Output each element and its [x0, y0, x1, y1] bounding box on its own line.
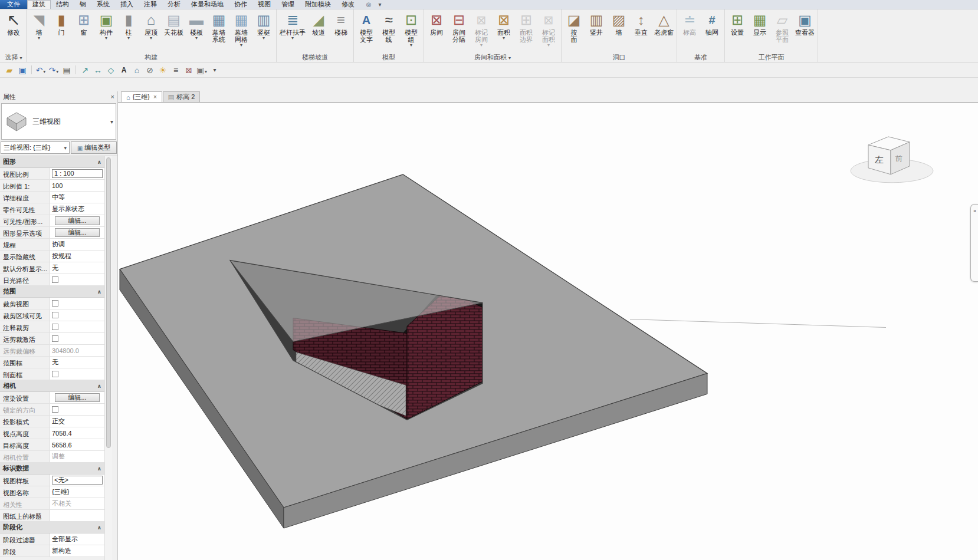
section-icon[interactable] — [144, 64, 156, 76]
property-value[interactable] — [50, 333, 104, 344]
property-value[interactable]: 调整 — [50, 451, 104, 462]
text-icon[interactable] — [118, 64, 130, 76]
ribbon-button[interactable]: 模型 文字 — [355, 9, 378, 52]
reference-line[interactable] — [630, 319, 886, 328]
ribbon-button[interactable]: 柱 — [117, 9, 140, 52]
3d-scene[interactable]: 左 前 — [118, 103, 978, 560]
ribbon-group-label[interactable]: 构建 — [28, 52, 275, 62]
file-menu-button[interactable]: 文件 — [0, 0, 27, 9]
close-icon[interactable] — [111, 93, 114, 100]
ribbon-group-label[interactable]: 模型 — [355, 52, 422, 62]
property-value[interactable]: 不相关 — [50, 498, 104, 509]
ribbon-button[interactable]: 门 — [50, 9, 73, 52]
property-value[interactable]: 7058.4 — [50, 427, 104, 439]
open-folder-icon[interactable] — [4, 64, 15, 76]
edit-button[interactable]: 编辑... — [55, 216, 100, 225]
property-value[interactable] — [50, 321, 104, 332]
print-icon[interactable] — [61, 64, 73, 76]
collapsed-panel-handle[interactable] — [970, 204, 978, 282]
properties-panel-header[interactable]: 属性 — [0, 91, 117, 102]
property-value[interactable]: 显示原状态 — [50, 203, 104, 215]
value-combo[interactable]: <无> — [52, 476, 103, 485]
measure-icon[interactable] — [79, 64, 91, 76]
ribbon-button[interactable]: 窗 — [73, 9, 95, 52]
ribbon-button[interactable]: 标记 房间 — [470, 9, 493, 52]
menu-tab[interactable]: 分析 — [162, 0, 186, 9]
ribbon-button[interactable]: 楼板 — [185, 9, 208, 52]
property-value[interactable]: 304800.0 — [50, 345, 104, 356]
property-value[interactable] — [50, 274, 104, 285]
ribbon-button[interactable]: 构件 — [95, 9, 117, 52]
close-hidden-icon[interactable] — [183, 64, 195, 76]
viewcube-front-label[interactable]: 前 — [895, 154, 902, 163]
property-value[interactable]: {三维} — [50, 486, 104, 498]
ribbon-group-label[interactable]: 楼梯坡道 — [278, 52, 352, 62]
sun-path-icon[interactable] — [157, 64, 169, 76]
options-caret-icon[interactable] — [376, 1, 384, 9]
checkbox[interactable] — [52, 276, 58, 283]
ribbon-button[interactable]: 楼梯 — [330, 9, 352, 52]
ribbon-button[interactable]: 设置 — [726, 9, 749, 52]
property-value[interactable]: 中等 — [50, 192, 104, 203]
property-value[interactable]: 5658.6 — [50, 439, 104, 450]
checkbox[interactable] — [52, 324, 58, 330]
edit-type-button[interactable]: 编辑类型 — [71, 141, 117, 154]
menu-tab[interactable]: 体量和场地 — [186, 0, 229, 9]
property-value[interactable] — [50, 404, 104, 415]
property-value[interactable]: 编辑... — [50, 392, 104, 403]
ribbon-group-label[interactable]: 房间和面积 — [425, 52, 560, 62]
save-icon[interactable] — [17, 64, 28, 76]
close-icon[interactable] — [153, 94, 157, 100]
checkbox[interactable] — [52, 300, 58, 307]
ribbon-button[interactable]: 标高 — [678, 9, 701, 52]
property-value[interactable]: 无 — [50, 262, 104, 274]
property-section-header[interactable]: 图形 — [0, 156, 104, 168]
ribbon-button[interactable]: 按 面 — [563, 9, 585, 52]
tag-icon[interactable] — [105, 64, 117, 76]
type-selector[interactable]: 三维视图 — [1, 103, 116, 140]
ribbon-button[interactable]: 显示 — [749, 9, 771, 52]
menu-tab[interactable]: 钢 — [74, 0, 91, 9]
ribbon-button[interactable]: 幕墙 系统 — [208, 9, 230, 52]
property-section-header[interactable]: 标识数据 — [0, 463, 104, 475]
viewport-canvas[interactable]: 左 前 — [118, 102, 978, 560]
ribbon-button[interactable]: 面积 边界 — [515, 9, 537, 52]
menu-tab[interactable]: 协作 — [229, 0, 252, 9]
ribbon-group-label[interactable]: 基准 — [678, 52, 723, 62]
edit-button[interactable]: 编辑... — [55, 228, 100, 237]
ribbon-button[interactable]: 房间 分隔 — [448, 9, 470, 52]
ribbon-button[interactable]: 模型 组 — [400, 9, 422, 52]
property-value[interactable] — [50, 309, 104, 321]
view-tab[interactable]: {三维} — [121, 91, 162, 102]
ribbon-button[interactable]: 模型 线 — [378, 9, 400, 52]
ribbon-button[interactable]: 参照 平面 — [771, 9, 793, 52]
property-value[interactable]: 编辑... — [50, 227, 104, 238]
property-value[interactable]: 无 — [50, 357, 104, 368]
checkbox[interactable] — [52, 335, 58, 342]
ribbon-button[interactable]: 修改 — [2, 9, 25, 52]
checkbox[interactable] — [52, 406, 58, 413]
ribbon-group-label[interactable]: 洞口 — [563, 52, 675, 62]
property-value[interactable]: <无> — [50, 475, 104, 486]
3d-view-icon[interactable] — [131, 64, 143, 76]
value-combo[interactable]: 1 : 100 — [52, 169, 103, 178]
property-section-header[interactable]: 阶段化 — [0, 522, 104, 533]
ribbon-button[interactable]: 墙 — [608, 9, 630, 52]
ribbon-button[interactable]: 老虎窗 — [652, 9, 675, 52]
ribbon-group-label[interactable]: 选择 — [2, 52, 25, 62]
ribbon-button[interactable]: 垂直 — [630, 9, 652, 52]
ribbon-button[interactable]: 坡道 — [307, 9, 330, 52]
ribbon-button[interactable]: 面积 — [493, 9, 515, 52]
property-value[interactable]: 100 — [50, 180, 104, 191]
property-value[interactable] — [50, 298, 104, 309]
ribbon-button[interactable]: 栏杆扶手 — [278, 9, 307, 52]
switch-windows-icon[interactable] — [196, 64, 208, 76]
menu-tab[interactable]: 修改 — [336, 0, 360, 9]
ribbon-button[interactable]: 屋顶 — [140, 9, 162, 52]
ribbon-button[interactable]: 天花板 — [162, 9, 185, 52]
properties-scrollbar[interactable] — [104, 156, 112, 560]
customize-icon[interactable] — [209, 64, 221, 76]
ribbon-button[interactable]: 房间 — [425, 9, 448, 52]
property-value[interactable] — [50, 368, 104, 380]
menu-tab[interactable]: 建筑 — [27, 0, 51, 9]
